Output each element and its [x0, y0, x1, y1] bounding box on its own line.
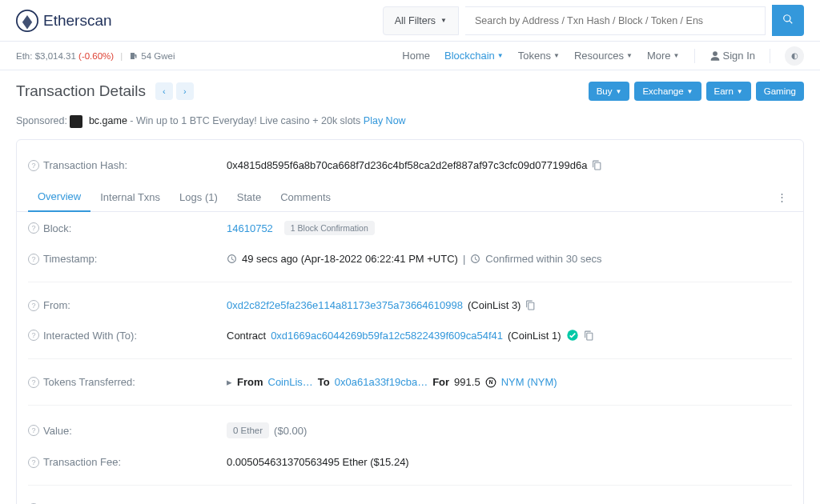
- tab-overview[interactable]: Overview: [28, 182, 90, 212]
- svg-text:N: N: [488, 379, 492, 385]
- logo[interactable]: Etherscan: [16, 10, 112, 32]
- next-button[interactable]: ›: [176, 82, 194, 100]
- token-from[interactable]: CoinLis…: [268, 376, 313, 388]
- tab-logs[interactable]: Logs (1): [170, 183, 227, 211]
- timestamp-value: 49 secs ago (Apr-18-2022 06:22:41 PM +UT…: [242, 253, 458, 265]
- nav-tokens[interactable]: Tokens ▼: [518, 50, 560, 62]
- theme-toggle[interactable]: ◐: [785, 46, 804, 66]
- prev-button[interactable]: ‹: [155, 82, 173, 100]
- nav-more[interactable]: More ▼: [647, 50, 680, 62]
- confirmations-badge: 1 Block Confirmation: [284, 221, 375, 235]
- brand-text: Etherscan: [43, 12, 112, 30]
- help-icon[interactable]: ?: [28, 160, 39, 171]
- to-prefix: Contract: [227, 330, 266, 342]
- caret-right-icon: ▸: [227, 376, 232, 388]
- block-link[interactable]: 14610752: [227, 222, 273, 234]
- nav-blockchain[interactable]: Blockchain ▼: [444, 50, 504, 62]
- kebab-menu[interactable]: ⋮: [772, 186, 792, 208]
- value-usd: ($0.00): [274, 425, 307, 437]
- tab-comments[interactable]: Comments: [271, 183, 340, 211]
- token-name[interactable]: NYM (NYM): [501, 376, 557, 388]
- confirmed-in: Confirmed within 30 secs: [485, 253, 601, 265]
- help-icon[interactable]: ?: [28, 425, 39, 436]
- help-icon[interactable]: ?: [28, 254, 39, 265]
- copy-icon[interactable]: [525, 300, 536, 310]
- chevron-down-icon: ▼: [497, 52, 504, 59]
- verified-icon: [566, 329, 579, 342]
- from-address[interactable]: 0xd2c82f2e5fa236e114a81173e375a736646109…: [227, 299, 463, 311]
- help-icon[interactable]: ?: [28, 377, 39, 388]
- copy-icon[interactable]: [584, 330, 594, 341]
- search-button[interactable]: [772, 5, 804, 36]
- value-pill: 0 Ether: [227, 422, 269, 438]
- clock-icon: [470, 254, 480, 264]
- to-address[interactable]: 0xd1669ac6044269b59fa12c5822439f609ca54f…: [271, 330, 503, 342]
- token-amount: 991.5: [454, 376, 480, 388]
- to-name: (CoinList 1): [508, 330, 561, 342]
- tab-internal[interactable]: Internal Txns: [90, 183, 170, 211]
- search-input[interactable]: [465, 6, 766, 35]
- eth-price: $3,014.31: [35, 51, 76, 61]
- eth-label: Eth:: [16, 51, 32, 61]
- help-icon[interactable]: ?: [28, 457, 39, 468]
- fee-value: 0.005054631370563495 Ether ($15.24): [227, 456, 409, 468]
- tab-state[interactable]: State: [227, 183, 271, 211]
- filters-dropdown[interactable]: All Filters ▼: [383, 6, 459, 35]
- gas-icon: [129, 51, 139, 61]
- help-icon[interactable]: ?: [28, 330, 39, 341]
- eth-change: (-0.60%): [78, 51, 114, 61]
- chevron-down-icon: ▼: [440, 17, 447, 24]
- tx-panel: ?Transaction Hash: 0x4815d8595f6a8b70ca6…: [16, 139, 804, 504]
- tx-hash: 0x4815d8595f6a8b70ca668f7d236c4bf58ca2d2…: [227, 159, 587, 171]
- from-name: (CoinList 3): [468, 299, 521, 311]
- nav-resources[interactable]: Resources ▼: [574, 50, 633, 62]
- signin-link[interactable]: Sign In: [709, 50, 755, 62]
- token-icon: N: [485, 377, 496, 388]
- help-icon[interactable]: ?: [28, 222, 39, 234]
- chevron-down-icon: ▼: [626, 52, 633, 59]
- token-to[interactable]: 0x0a61a33f19cba…: [335, 376, 428, 388]
- buy-button[interactable]: Buy ▼: [589, 82, 630, 101]
- gaming-button[interactable]: Gaming: [756, 82, 804, 101]
- sponsor-logo: [70, 115, 82, 128]
- sponsor-cta[interactable]: Play Now: [364, 115, 406, 126]
- clock-icon: [227, 254, 237, 264]
- gas-value: 54 Gwei: [141, 51, 175, 61]
- exchange-button[interactable]: Exchange ▼: [634, 82, 701, 101]
- sponsor-bar: Sponsored: bc.game - Win up to 1 BTC Eve…: [0, 109, 820, 139]
- chevron-down-icon: ▼: [673, 52, 680, 59]
- help-icon[interactable]: ?: [28, 300, 39, 311]
- page-title: Transaction Details: [16, 82, 146, 100]
- earn-button[interactable]: Earn ▼: [706, 82, 751, 101]
- search-icon: [782, 14, 794, 25]
- user-icon: [709, 50, 721, 62]
- copy-icon[interactable]: [592, 160, 602, 170]
- nav-home[interactable]: Home: [402, 50, 430, 62]
- chevron-down-icon: ▼: [553, 52, 560, 59]
